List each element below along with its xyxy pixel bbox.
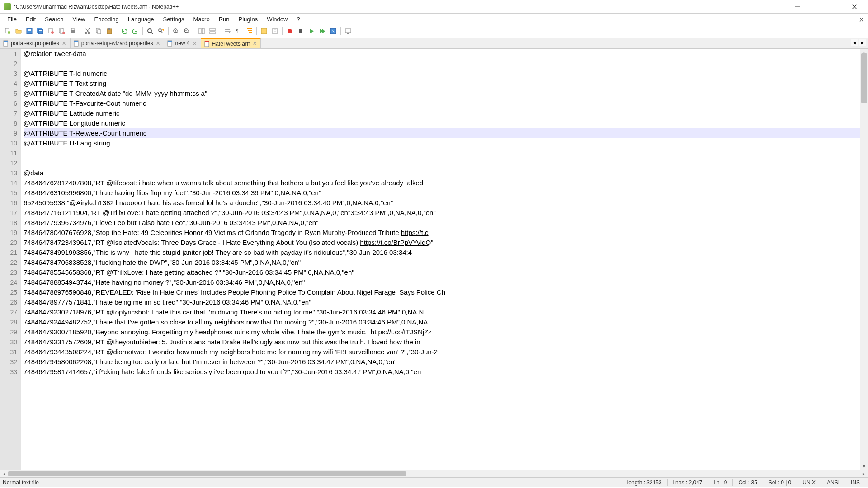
tab-close-button[interactable]: ✕ bbox=[192, 40, 198, 47]
code-line[interactable]: 748464784706838528,"I fucking hate the D… bbox=[24, 258, 860, 267]
lang-icon[interactable] bbox=[259, 26, 269, 36]
code-line[interactable]: @ATTRIBUTE T-CreatedAt date "dd-MMM-yyyy… bbox=[24, 89, 860, 99]
menu-plugins[interactable]: Plugins bbox=[234, 14, 263, 24]
url-link[interactable]: https://t.co/BrPpVYvldQ bbox=[360, 239, 431, 246]
sync-h-icon[interactable] bbox=[208, 26, 217, 36]
minimize-button[interactable] bbox=[787, 0, 807, 13]
sync-v-icon[interactable] bbox=[197, 26, 207, 36]
code-line[interactable]: 65245095938,"@Airykah1382 lmaoooo I hate… bbox=[24, 198, 860, 208]
record-icon[interactable] bbox=[285, 26, 295, 36]
save-all-icon[interactable] bbox=[35, 26, 45, 36]
undo-icon[interactable] bbox=[119, 26, 129, 36]
tab-close-button[interactable]: ✕ bbox=[251, 41, 258, 47]
vertical-scroll-thumb[interactable] bbox=[861, 53, 867, 103]
code-line[interactable]: @ATTRIBUTE T-Retweet-Count numeric bbox=[24, 128, 860, 138]
code-line[interactable]: @ATTRIBUTE Longitude numeric bbox=[24, 118, 860, 128]
code-line[interactable]: 748464792302718976,"RT @toplyricsbot: I … bbox=[24, 307, 860, 317]
doc-map-icon[interactable] bbox=[270, 26, 280, 36]
print-icon[interactable] bbox=[68, 26, 78, 36]
code-line[interactable]: @relation tweet-data bbox=[24, 49, 860, 59]
horizontal-scrollbar[interactable]: ◄ ► bbox=[0, 470, 868, 477]
show-all-chars-icon[interactable]: ¶ bbox=[233, 26, 243, 36]
menu-help[interactable]: ? bbox=[292, 14, 304, 24]
new-file-icon[interactable] bbox=[3, 26, 13, 36]
zoom-out-icon[interactable] bbox=[182, 26, 192, 36]
play-icon[interactable] bbox=[307, 26, 316, 36]
zoom-in-icon[interactable] bbox=[171, 26, 181, 36]
close-window-button[interactable] bbox=[844, 0, 864, 13]
code-line[interactable]: 748464784991993856,"This is why I hate t… bbox=[24, 248, 860, 258]
code-line[interactable] bbox=[24, 148, 860, 158]
code-line[interactable] bbox=[24, 158, 860, 168]
code-line[interactable]: 748464780407676928,"Stop the Hate: 49 Ce… bbox=[24, 228, 860, 238]
menu-window[interactable]: Window bbox=[262, 14, 292, 24]
find-icon[interactable] bbox=[145, 26, 155, 36]
code-line[interactable] bbox=[24, 59, 860, 69]
scroll-right-icon[interactable]: ► bbox=[860, 471, 868, 476]
code-line[interactable]: 748464793007185920,"Beyond annoying. For… bbox=[24, 327, 860, 337]
code-line[interactable]: 74846477161211904,"RT @TrillxLove: I hat… bbox=[24, 208, 860, 218]
code-line[interactable]: @ATTRIBUTE U-Lang string bbox=[24, 138, 860, 148]
replace-icon[interactable] bbox=[156, 26, 166, 36]
tab-scroll-left-button[interactable]: ◄ bbox=[851, 39, 858, 46]
tab-portal-ext-properties[interactable]: portal-ext.properties✕ bbox=[0, 38, 71, 48]
code-line[interactable]: 748464784723439617,"RT @IsolatedVocaIs: … bbox=[24, 238, 860, 248]
code-line[interactable]: 748464795817414657,"i f*cking hate fake … bbox=[24, 367, 860, 377]
code-line[interactable]: 748464794580062208,"I hate being too ear… bbox=[24, 357, 860, 367]
scroll-left-icon[interactable]: ◄ bbox=[0, 471, 8, 476]
tab-new-4[interactable]: new 4✕ bbox=[164, 38, 201, 48]
code-line[interactable]: 748464762812407808,"RT @Iifepost: i hate… bbox=[24, 178, 860, 188]
code-line[interactable]: @ATTRIBUTE Latitude numeric bbox=[24, 108, 860, 118]
url-link[interactable]: https://t.co/tTJSNjZz bbox=[371, 328, 432, 336]
tab-portal-setup-wizard-properties[interactable]: portal-setup-wizard.properties✕ bbox=[71, 38, 165, 48]
code-line[interactable]: @data bbox=[24, 168, 860, 178]
save-macro-icon[interactable] bbox=[328, 26, 338, 36]
close-all-icon[interactable] bbox=[57, 26, 67, 36]
code-line[interactable]: @ATTRIBUTE T-Text string bbox=[24, 79, 860, 89]
tab-scroll-right-button[interactable]: ► bbox=[859, 39, 866, 46]
cut-icon[interactable] bbox=[83, 26, 93, 36]
word-wrap-icon[interactable] bbox=[222, 26, 232, 36]
redo-icon[interactable] bbox=[130, 26, 140, 36]
code-line[interactable]: 748464792449482752,"I hate that I've got… bbox=[24, 317, 860, 327]
menu-search[interactable]: Search bbox=[40, 14, 68, 24]
copy-icon[interactable] bbox=[94, 26, 104, 36]
maximize-button[interactable] bbox=[816, 0, 836, 13]
menu-macro[interactable]: Macro bbox=[189, 14, 214, 24]
indent-guide-icon[interactable] bbox=[244, 26, 254, 36]
save-icon[interactable] bbox=[24, 26, 34, 36]
open-file-icon[interactable] bbox=[14, 26, 24, 36]
horizontal-scroll-thumb[interactable] bbox=[8, 471, 406, 476]
menu-view[interactable]: View bbox=[68, 14, 90, 24]
code-line[interactable]: @ATTRIBUTE T-Id numeric bbox=[24, 69, 860, 79]
scroll-down-icon[interactable]: ▼ bbox=[860, 462, 868, 470]
secondary-close-button[interactable]: X bbox=[859, 16, 863, 23]
menu-run[interactable]: Run bbox=[214, 14, 234, 24]
play-multi-icon[interactable] bbox=[317, 26, 327, 36]
menu-settings[interactable]: Settings bbox=[159, 14, 189, 24]
vertical-scrollbar[interactable]: ▲ ▼ bbox=[860, 49, 868, 470]
url-link[interactable]: https://t.c bbox=[401, 229, 429, 236]
code-area[interactable]: @relation tweet-data @ATTRIBUTE T-Id num… bbox=[21, 49, 860, 470]
tab-close-button[interactable]: ✕ bbox=[61, 40, 67, 47]
code-line[interactable]: 748464789777571841,"I hate being me im s… bbox=[24, 297, 860, 307]
monitor-icon[interactable] bbox=[343, 26, 353, 36]
code-line[interactable]: 748464793443508224,"RT @diornotwar: I wo… bbox=[24, 347, 860, 357]
code-line[interactable]: @ATTRIBUTE T-Favourite-Cout numeric bbox=[24, 99, 860, 108]
stop-icon[interactable] bbox=[296, 26, 306, 36]
paste-icon[interactable] bbox=[104, 26, 114, 36]
code-line[interactable]: 748464793317572609,"RT @theyoutubieber: … bbox=[24, 337, 860, 347]
tab-close-button[interactable]: ✕ bbox=[155, 40, 161, 47]
code-line[interactable]: 748464763105996800,"I hate having flips … bbox=[24, 188, 860, 198]
code-line[interactable]: 748464788854943744,"Hate having no money… bbox=[24, 277, 860, 287]
close-icon[interactable] bbox=[46, 26, 56, 36]
menu-language[interactable]: Language bbox=[123, 14, 159, 24]
code-line[interactable]: 748464785545658368,"RT @TrillxLove: I ha… bbox=[24, 267, 860, 277]
code-line[interactable]: 748464788976590848,"REVEALED: 'Rise In H… bbox=[24, 287, 860, 297]
code-line[interactable]: 748464779396734976,"I love Leo but I als… bbox=[24, 218, 860, 228]
tab-hatetweets-arff[interactable]: HateTweets.arff✕ bbox=[201, 38, 261, 48]
menu-encoding[interactable]: Encoding bbox=[90, 14, 123, 24]
menu-file[interactable]: File bbox=[3, 14, 21, 24]
horizontal-scroll-track[interactable] bbox=[8, 470, 860, 477]
menu-edit[interactable]: Edit bbox=[21, 14, 40, 24]
